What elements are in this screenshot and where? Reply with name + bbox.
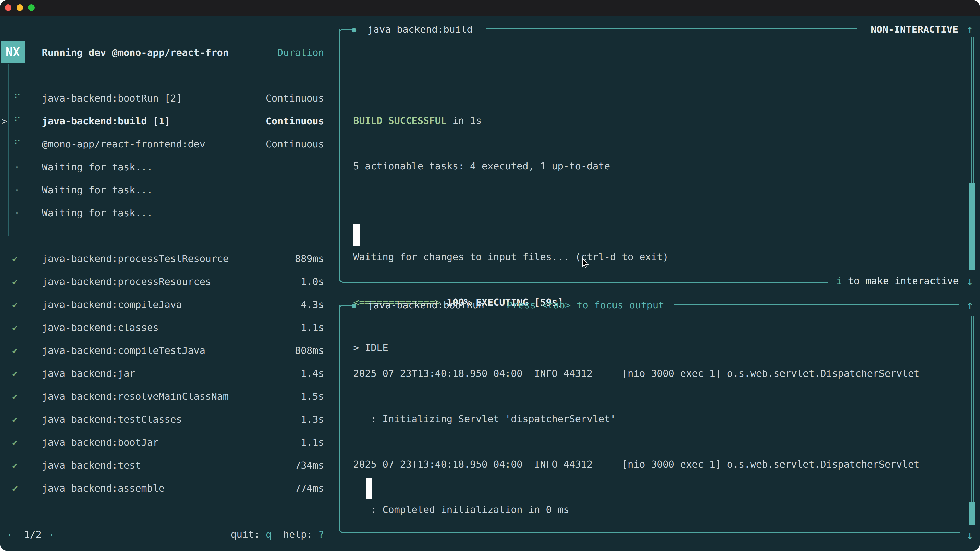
window-titlebar (0, 0, 980, 16)
log-text: : Completed initialization in 0 ms (353, 504, 569, 515)
progress-right: ---> (429, 549, 452, 551)
task-row[interactable]: ✔ java-backend:jar 1.4s (0, 362, 332, 385)
task-name: java-backend:bootRun [2] (42, 93, 182, 104)
task-status: Continuous (266, 116, 324, 127)
build-time-text: in 1s (447, 115, 482, 126)
scroll-up-icon[interactable]: ↑ (966, 294, 974, 317)
task-status: Continuous (266, 93, 324, 104)
scroll-down-icon[interactable]: ↓ (966, 524, 974, 546)
terminal-cursor (353, 224, 360, 246)
task-duration: 1.5s (301, 391, 324, 402)
log-text: : Initializing Servlet 'dispatcherServle… (353, 413, 616, 424)
waiting-dot-icon: · (14, 184, 20, 196)
task-bullet-icon: ● (352, 25, 356, 34)
page-indicator: 1/2 (24, 523, 41, 546)
task-name: java-backend:jar (42, 368, 135, 379)
help-key[interactable]: ? (318, 529, 324, 540)
task-name: java-backend:compileTestJava (42, 345, 205, 356)
task-name: java-backend:test (42, 460, 141, 471)
task-row[interactable]: ✔ java-backend:processResources 1.0s (0, 270, 332, 293)
task-row[interactable]: ✔ java-backend:processTestResource 889ms (0, 247, 332, 270)
tasks-summary-text: 5 actionable tasks: 4 executed, 1 up-to-… (353, 160, 610, 171)
task-name: Waiting for task... (42, 184, 153, 196)
build-waiting-line: Waiting for changes to input files... (c… (353, 245, 668, 268)
blank-line (353, 200, 668, 223)
scroll-down-icon[interactable]: ↓ (966, 269, 974, 292)
check-icon: ✔ (12, 322, 18, 333)
task-name: @mono-app/react-frontend:dev (42, 138, 205, 150)
task-row-waiting: · Waiting for task... (0, 179, 332, 202)
check-icon: ✔ (12, 483, 18, 494)
task-row[interactable]: ✔ java-backend:bootJar 1.1s (0, 431, 332, 454)
focus-output-hint: Press <tab> to focus output (507, 294, 664, 317)
scrollbar-thumb[interactable] (969, 183, 975, 270)
check-icon: ✔ (12, 276, 18, 287)
spinner-icon: ⠋ (13, 115, 21, 127)
build-panel-corner (339, 29, 352, 38)
minimize-window-icon[interactable] (17, 4, 23, 11)
check-icon: ✔ (12, 253, 18, 264)
close-window-icon[interactable] (5, 4, 11, 11)
hint-text: to make interactive (842, 275, 959, 286)
log-line: : Completed initialization in 0 ms (353, 498, 920, 521)
completed-task-list: ✔ java-backend:processTestResource 889ms… (0, 247, 332, 500)
task-name: java-backend:testClasses (42, 414, 182, 425)
check-icon: ✔ (12, 414, 18, 425)
build-summary-line: 5 actionable tasks: 4 executed, 1 up-to-… (353, 155, 668, 178)
task-row[interactable]: ✔ java-backend:compileTestJava 808ms (0, 339, 332, 362)
task-row[interactable]: ✔ java-backend:resolveMainClassNam 1.5s (0, 385, 332, 408)
hint-key[interactable]: i (836, 275, 842, 286)
page-prev-icon[interactable]: ← (8, 523, 14, 546)
check-icon: ✔ (12, 437, 18, 448)
task-duration: 774ms (295, 483, 324, 494)
scrollbar-track[interactable] (971, 316, 974, 502)
help-label: help: (283, 529, 318, 540)
zoom-window-icon[interactable] (28, 4, 35, 11)
task-name: java-backend:resolveMainClassNam (42, 391, 229, 402)
bootrun-panel-corner (339, 305, 352, 314)
noninteractive-badge: NON-INTERACTIVE (871, 18, 958, 41)
task-name: java-backend:bootJar (42, 437, 159, 448)
check-icon: ✔ (12, 391, 18, 402)
task-row[interactable]: ✔ java-backend:test 734ms (0, 454, 332, 477)
waiting-dot-icon: · (14, 207, 20, 219)
build-panel-title: java-backend:build (368, 24, 473, 35)
task-row[interactable]: ✔ java-backend:classes 1.1s (0, 316, 332, 339)
check-icon: ✔ (12, 345, 18, 356)
scrollbar-track[interactable] (971, 37, 974, 183)
task-name: Waiting for task... (42, 207, 153, 219)
running-task-list: ⠋ java-backend:bootRun [2] Continuous > … (0, 87, 332, 224)
task-name: java-backend:processTestResource (42, 253, 229, 264)
terminal-cursor (366, 478, 372, 499)
task-row[interactable]: ✔ java-backend:compileJava 4.3s (0, 293, 332, 316)
interactive-hint: i to make interactive (836, 269, 959, 292)
task-row[interactable]: ✔ java-backend:testClasses 1.3s (0, 408, 332, 431)
spinner-icon: ⠋ (13, 92, 21, 105)
sidebar-title: Running dev @mono-app/react-fron (42, 41, 229, 64)
task-row-waiting: · Waiting for task... (0, 202, 332, 224)
task-name: java-backend:assemble (42, 483, 164, 494)
task-status: Continuous (266, 138, 324, 150)
log-text: 2025-07-23T13:40:18.950-04:00 INFO 44312… (353, 459, 920, 470)
task-duration: 4.3s (301, 299, 324, 310)
check-icon: ✔ (12, 460, 18, 471)
task-name: java-backend:compileJava (42, 299, 182, 310)
build-panel-header: ● java-backend:build (352, 18, 473, 41)
task-row[interactable]: ⠋ java-backend:bootRun [2] Continuous (0, 87, 332, 110)
scrollbar-thumb[interactable] (969, 502, 975, 526)
task-row[interactable]: ⠋ @mono-app/react-frontend:dev Continuou… (0, 133, 332, 156)
sidebar-footer: ← 1/2 → quit: q help: ? (0, 523, 332, 546)
task-row[interactable]: ✔ java-backend:assemble 774ms (0, 477, 332, 500)
page-next-icon[interactable]: → (47, 523, 52, 546)
task-duration: 1.4s (301, 368, 324, 379)
task-duration: 1.3s (301, 414, 324, 425)
quit-key[interactable]: q (266, 529, 272, 540)
waiting-dot-icon: · (14, 162, 20, 173)
quit-label: quit: (231, 529, 266, 540)
waiting-text: Waiting for changes to input files... (c… (353, 251, 668, 262)
hint-spacer (272, 529, 283, 540)
bootrun-output: 2025-07-23T13:40:18.950-04:00 INFO 44312… (353, 340, 920, 551)
task-row-selected[interactable]: > ⠋ java-backend:build [1] Continuous (0, 110, 332, 133)
keyboard-hints: quit: q help: ? (231, 523, 324, 546)
bootrun-panel-title: java-backend:bootRun (368, 300, 484, 311)
